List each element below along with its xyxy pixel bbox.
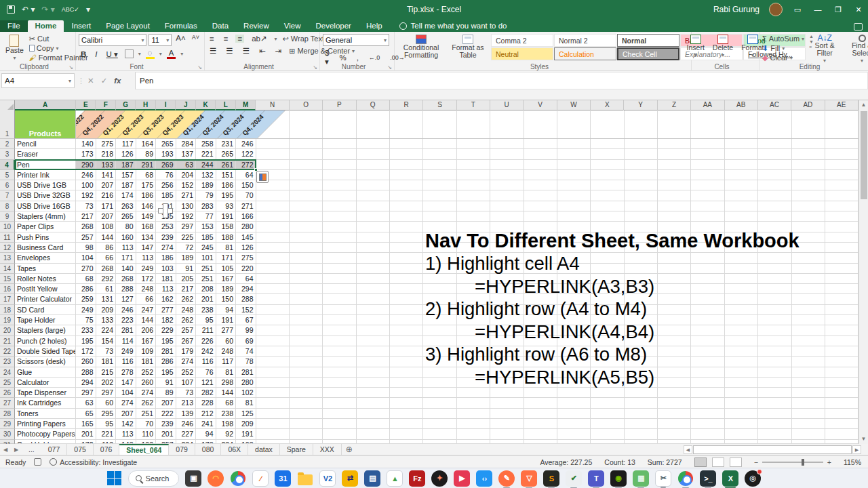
- cell[interactable]: [390, 170, 423, 180]
- row-number-24[interactable]: 24: [0, 367, 15, 378]
- row-number-13[interactable]: 13: [0, 253, 15, 263]
- cell[interactable]: [758, 419, 791, 429]
- folder-icon[interactable]: [297, 470, 313, 487]
- cell[interactable]: 297: [176, 222, 197, 232]
- cell[interactable]: 228: [196, 398, 216, 408]
- cell[interactable]: 226: [196, 336, 216, 346]
- row-number-19[interactable]: 19: [0, 315, 15, 325]
- cell[interactable]: 282: [196, 388, 216, 398]
- tell-me-box[interactable]: Tell me what you want to do: [390, 22, 507, 32]
- cell[interactable]: 131: [96, 294, 117, 304]
- cell[interactable]: 103: [156, 264, 176, 274]
- ribbon-tab-file[interactable]: File: [0, 20, 28, 32]
- cell[interactable]: 147: [136, 243, 157, 253]
- cell[interactable]: [323, 440, 356, 444]
- cell[interactable]: 271: [236, 201, 256, 211]
- delete-cells-button[interactable]: Delete▾: [710, 34, 736, 60]
- cell[interactable]: [423, 139, 456, 149]
- undo-button[interactable]: ↶ ▾: [22, 5, 35, 14]
- cell[interactable]: 193: [96, 160, 117, 170]
- cell[interactable]: [323, 336, 356, 346]
- column-header-T[interactable]: T: [457, 100, 490, 110]
- cell[interactable]: [323, 429, 356, 439]
- cell[interactable]: [457, 149, 490, 159]
- cell[interactable]: 272: [236, 160, 256, 170]
- row-number-8[interactable]: 8: [0, 201, 15, 211]
- cell[interactable]: 122: [236, 149, 256, 159]
- cell[interactable]: [423, 409, 456, 419]
- cell[interactable]: 227: [176, 429, 197, 439]
- sheet-tab-overflow[interactable]: ...: [22, 444, 41, 455]
- cell[interactable]: [625, 110, 658, 139]
- cell[interactable]: [256, 357, 290, 367]
- cell[interactable]: 207: [156, 398, 176, 408]
- cell[interactable]: [725, 388, 758, 398]
- cell[interactable]: [725, 149, 758, 159]
- row-number-31[interactable]: 31: [0, 440, 15, 444]
- row-number-2[interactable]: 2: [0, 139, 15, 149]
- grow-font-button[interactable]: A˄: [174, 34, 187, 46]
- sort-filter-button[interactable]: A↓ZSort & Filter▾: [808, 34, 841, 65]
- cell[interactable]: [758, 409, 791, 419]
- cell[interactable]: [758, 190, 791, 201]
- cell[interactable]: [658, 419, 691, 429]
- confirm-entry-icon[interactable]: ✓: [101, 76, 108, 85]
- cell[interactable]: 288: [116, 284, 136, 294]
- cell[interactable]: [290, 294, 323, 304]
- cell[interactable]: [290, 409, 323, 419]
- align-left-icon[interactable]: ☰: [208, 46, 218, 56]
- notes-icon[interactable]: ∕: [252, 470, 269, 487]
- cell[interactable]: [792, 398, 825, 408]
- cell[interactable]: 76: [156, 170, 176, 180]
- cell[interactable]: 75: [76, 315, 96, 325]
- cell[interactable]: 91: [176, 264, 197, 274]
- cell[interactable]: 77: [196, 211, 216, 222]
- cell[interactable]: [524, 388, 557, 398]
- cell[interactable]: 280: [236, 222, 256, 232]
- cell[interactable]: 117: [116, 139, 136, 149]
- cell[interactable]: [725, 409, 758, 419]
- cell[interactable]: [825, 139, 859, 149]
- cell[interactable]: 125: [236, 409, 256, 419]
- cell[interactable]: 260: [136, 378, 157, 388]
- column-header-H[interactable]: H: [136, 100, 156, 110]
- cell[interactable]: [758, 429, 791, 439]
- cell[interactable]: 274: [116, 398, 136, 408]
- ribbon-tab-insert[interactable]: Insert: [64, 20, 98, 32]
- cell[interactable]: 114: [116, 336, 136, 346]
- cell[interactable]: Photocopy Papers: [15, 429, 76, 439]
- cell[interactable]: [323, 325, 356, 336]
- cell[interactable]: [758, 139, 791, 149]
- cell[interactable]: [658, 211, 691, 222]
- cell[interactable]: 60: [216, 336, 237, 346]
- row-number-6[interactable]: 6: [0, 180, 15, 190]
- cell[interactable]: [256, 190, 290, 201]
- cell[interactable]: 257: [76, 232, 96, 243]
- cell[interactable]: [490, 440, 524, 444]
- cell[interactable]: 89: [136, 149, 157, 159]
- normal-view-icon[interactable]: [694, 458, 707, 467]
- cell[interactable]: 105: [216, 264, 237, 274]
- underline-button[interactable]: U ▾: [104, 49, 120, 59]
- new-sheet-icon[interactable]: ⊕: [342, 444, 357, 455]
- cell[interactable]: [256, 149, 290, 159]
- cell[interactable]: 191: [236, 429, 256, 439]
- cell[interactable]: 187: [116, 160, 136, 170]
- scroll-left-icon[interactable]: ◀: [684, 445, 692, 454]
- scroll-right-icon[interactable]: ▶: [852, 445, 861, 454]
- style-chip-check-cell[interactable]: Check Cell: [617, 47, 679, 60]
- media-play-icon[interactable]: ▶: [454, 470, 470, 487]
- cell[interactable]: [323, 170, 356, 180]
- cell[interactable]: [524, 429, 557, 439]
- cell[interactable]: [625, 149, 658, 159]
- cell[interactable]: [423, 149, 456, 159]
- column-header-X[interactable]: X: [591, 100, 624, 110]
- cell[interactable]: [792, 409, 825, 419]
- cell[interactable]: [825, 419, 859, 429]
- cell[interactable]: [625, 180, 658, 190]
- column-header-N[interactable]: N: [256, 100, 289, 110]
- spelling-button[interactable]: ABC✓: [62, 6, 79, 13]
- cell[interactable]: [290, 222, 323, 232]
- sheet-tab-080[interactable]: 080: [195, 444, 222, 455]
- cell[interactable]: 80: [116, 222, 136, 232]
